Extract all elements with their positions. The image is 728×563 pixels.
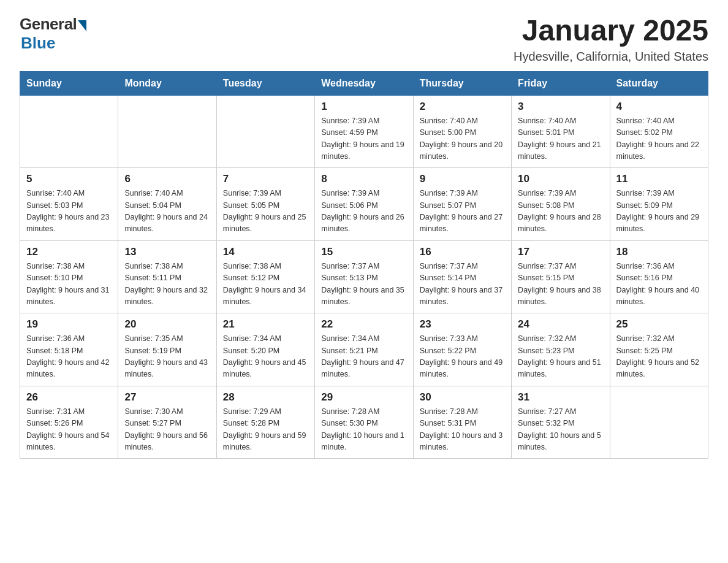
day-number: 8 (321, 173, 406, 185)
day-info: Sunrise: 7:31 AMSunset: 5:26 PMDaylight:… (26, 406, 112, 454)
day-info: Sunrise: 7:37 AMSunset: 5:14 PMDaylight:… (420, 261, 505, 308)
calendar-cell: 21Sunrise: 7:34 AMSunset: 5:20 PMDayligh… (216, 313, 314, 386)
calendar-cell: 29Sunrise: 7:28 AMSunset: 5:30 PMDayligh… (315, 386, 413, 459)
calendar-cell: 7Sunrise: 7:39 AMSunset: 5:05 PMDaylight… (216, 168, 314, 241)
day-number: 6 (124, 173, 210, 185)
day-number: 7 (223, 173, 308, 185)
day-number: 28 (223, 391, 308, 404)
day-info: Sunrise: 7:39 AMSunset: 5:08 PMDaylight:… (518, 188, 603, 236)
day-info: Sunrise: 7:39 AMSunset: 5:09 PMDaylight:… (616, 188, 702, 236)
day-info: Sunrise: 7:32 AMSunset: 5:23 PMDaylight:… (518, 333, 603, 381)
day-info: Sunrise: 7:38 AMSunset: 5:11 PMDaylight:… (124, 261, 210, 308)
day-info: Sunrise: 7:39 AMSunset: 4:59 PMDaylight:… (321, 115, 406, 163)
day-number: 31 (518, 391, 603, 404)
day-number: 2 (420, 101, 505, 113)
day-info: Sunrise: 7:29 AMSunset: 5:28 PMDaylight:… (223, 406, 308, 454)
day-info: Sunrise: 7:39 AMSunset: 5:05 PMDaylight:… (223, 188, 308, 236)
weekday-header-wednesday: Wednesday (315, 71, 413, 95)
calendar-cell: 20Sunrise: 7:35 AMSunset: 5:19 PMDayligh… (118, 313, 216, 386)
day-info: Sunrise: 7:40 AMSunset: 5:00 PMDaylight:… (420, 115, 505, 163)
day-number: 19 (26, 318, 112, 331)
calendar-cell: 11Sunrise: 7:39 AMSunset: 5:09 PMDayligh… (610, 168, 708, 241)
day-number: 18 (616, 246, 702, 258)
day-number: 10 (518, 173, 603, 185)
day-info: Sunrise: 7:39 AMSunset: 5:06 PMDaylight:… (321, 188, 406, 236)
title-section: January 2025 Hydesville, California, Uni… (514, 15, 708, 64)
day-number: 4 (616, 101, 702, 113)
weekday-header-tuesday: Tuesday (216, 71, 314, 95)
calendar-cell: 16Sunrise: 7:37 AMSunset: 5:14 PMDayligh… (413, 240, 511, 313)
day-info: Sunrise: 7:37 AMSunset: 5:15 PMDaylight:… (518, 261, 603, 308)
day-number: 22 (321, 318, 406, 331)
day-info: Sunrise: 7:38 AMSunset: 5:12 PMDaylight:… (223, 261, 308, 308)
day-info: Sunrise: 7:34 AMSunset: 5:21 PMDaylight:… (321, 333, 406, 381)
weekday-header-thursday: Thursday (413, 71, 511, 95)
day-number: 12 (26, 246, 112, 258)
calendar-cell: 27Sunrise: 7:30 AMSunset: 5:27 PMDayligh… (118, 386, 216, 459)
day-info: Sunrise: 7:36 AMSunset: 5:16 PMDaylight:… (616, 261, 702, 308)
day-number: 26 (26, 391, 112, 404)
calendar-cell: 28Sunrise: 7:29 AMSunset: 5:28 PMDayligh… (216, 386, 314, 459)
calendar-cell (118, 95, 216, 168)
day-info: Sunrise: 7:34 AMSunset: 5:20 PMDaylight:… (223, 333, 308, 381)
logo: General Blue (20, 15, 86, 53)
day-number: 24 (518, 318, 603, 331)
weekday-header-sunday: Sunday (20, 71, 118, 95)
day-info: Sunrise: 7:27 AMSunset: 5:32 PMDaylight:… (518, 406, 603, 454)
day-number: 21 (223, 318, 308, 331)
calendar-cell (20, 95, 118, 168)
calendar-week-row: 26Sunrise: 7:31 AMSunset: 5:26 PMDayligh… (20, 386, 708, 459)
day-info: Sunrise: 7:32 AMSunset: 5:25 PMDaylight:… (616, 333, 702, 381)
day-info: Sunrise: 7:28 AMSunset: 5:31 PMDaylight:… (420, 406, 505, 454)
day-info: Sunrise: 7:33 AMSunset: 5:22 PMDaylight:… (420, 333, 505, 381)
calendar-cell: 4Sunrise: 7:40 AMSunset: 5:02 PMDaylight… (610, 95, 708, 168)
calendar-cell: 30Sunrise: 7:28 AMSunset: 5:31 PMDayligh… (413, 386, 511, 459)
day-number: 9 (420, 173, 505, 185)
day-info: Sunrise: 7:40 AMSunset: 5:03 PMDaylight:… (26, 188, 112, 236)
day-number: 14 (223, 246, 308, 258)
calendar-cell: 31Sunrise: 7:27 AMSunset: 5:32 PMDayligh… (512, 386, 610, 459)
day-number: 15 (321, 246, 406, 258)
calendar-cell: 18Sunrise: 7:36 AMSunset: 5:16 PMDayligh… (610, 240, 708, 313)
calendar-cell: 9Sunrise: 7:39 AMSunset: 5:07 PMDaylight… (413, 168, 511, 241)
calendar-cell: 14Sunrise: 7:38 AMSunset: 5:12 PMDayligh… (216, 240, 314, 313)
calendar-cell: 26Sunrise: 7:31 AMSunset: 5:26 PMDayligh… (20, 386, 118, 459)
calendar-cell: 12Sunrise: 7:38 AMSunset: 5:10 PMDayligh… (20, 240, 118, 313)
calendar-table: SundayMondayTuesdayWednesdayThursdayFrid… (20, 71, 708, 459)
calendar-cell: 8Sunrise: 7:39 AMSunset: 5:06 PMDaylight… (315, 168, 413, 241)
weekday-header-row: SundayMondayTuesdayWednesdayThursdayFrid… (20, 71, 708, 95)
day-number: 29 (321, 391, 406, 404)
weekday-header-saturday: Saturday (610, 71, 708, 95)
day-number: 25 (616, 318, 702, 331)
day-number: 13 (124, 246, 210, 258)
calendar-week-row: 12Sunrise: 7:38 AMSunset: 5:10 PMDayligh… (20, 240, 708, 313)
day-number: 16 (420, 246, 505, 258)
day-info: Sunrise: 7:39 AMSunset: 5:07 PMDaylight:… (420, 188, 505, 236)
calendar-cell: 2Sunrise: 7:40 AMSunset: 5:00 PMDaylight… (413, 95, 511, 168)
calendar-cell: 25Sunrise: 7:32 AMSunset: 5:25 PMDayligh… (610, 313, 708, 386)
calendar-cell: 24Sunrise: 7:32 AMSunset: 5:23 PMDayligh… (512, 313, 610, 386)
day-number: 30 (420, 391, 505, 404)
day-number: 23 (420, 318, 505, 331)
day-info: Sunrise: 7:28 AMSunset: 5:30 PMDaylight:… (321, 406, 406, 454)
calendar-cell: 3Sunrise: 7:40 AMSunset: 5:01 PMDaylight… (512, 95, 610, 168)
day-number: 5 (26, 173, 112, 185)
calendar-cell: 1Sunrise: 7:39 AMSunset: 4:59 PMDaylight… (315, 95, 413, 168)
calendar-cell: 13Sunrise: 7:38 AMSunset: 5:11 PMDayligh… (118, 240, 216, 313)
calendar-cell (216, 95, 314, 168)
calendar-title: January 2025 (514, 15, 708, 47)
calendar-cell: 15Sunrise: 7:37 AMSunset: 5:13 PMDayligh… (315, 240, 413, 313)
calendar-cell: 22Sunrise: 7:34 AMSunset: 5:21 PMDayligh… (315, 313, 413, 386)
day-info: Sunrise: 7:38 AMSunset: 5:10 PMDaylight:… (26, 261, 112, 308)
calendar-cell: 19Sunrise: 7:36 AMSunset: 5:18 PMDayligh… (20, 313, 118, 386)
day-info: Sunrise: 7:40 AMSunset: 5:02 PMDaylight:… (616, 115, 702, 163)
logo-triangle-icon (78, 20, 86, 31)
day-number: 17 (518, 246, 603, 258)
calendar-cell: 10Sunrise: 7:39 AMSunset: 5:08 PMDayligh… (512, 168, 610, 241)
calendar-week-row: 5Sunrise: 7:40 AMSunset: 5:03 PMDaylight… (20, 168, 708, 241)
logo-general-text: General (20, 15, 77, 34)
calendar-subtitle: Hydesville, California, United States (514, 50, 708, 64)
calendar-cell: 5Sunrise: 7:40 AMSunset: 5:03 PMDaylight… (20, 168, 118, 241)
calendar-cell: 6Sunrise: 7:40 AMSunset: 5:04 PMDaylight… (118, 168, 216, 241)
page-header: General Blue January 2025 Hydesville, Ca… (20, 15, 708, 64)
